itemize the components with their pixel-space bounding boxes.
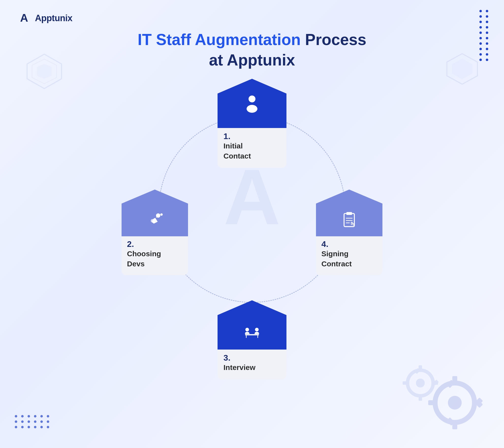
title-normal: Process <box>301 31 366 49</box>
step-2-label: ChoosingDevs <box>127 249 183 269</box>
title-line2: at Apptunix <box>209 51 295 69</box>
gears-bottom-right <box>401 358 494 433</box>
step-4-card-body: 4. SigningContract <box>316 236 382 275</box>
logo: A Apptunix <box>20 12 72 25</box>
svg-point-7 <box>448 396 462 410</box>
main-title: IT Staff Augmentation Process at Apptuni… <box>0 30 504 70</box>
step-2-card: 2. ChoosingDevs <box>117 189 193 275</box>
svg-point-42 <box>255 328 259 331</box>
title-highlight: IT Staff Augmentation <box>138 31 301 49</box>
svg-text:A: A <box>20 12 28 24</box>
step-4-label: SigningContract <box>321 249 377 269</box>
step-1-card-body: 1. InitialContact <box>217 128 287 168</box>
step-4-card: $ 4. SigningContract <box>311 189 387 275</box>
svg-rect-31 <box>346 212 352 215</box>
step-1-card: 1. InitialContact <box>211 79 293 168</box>
step-1-number: 1. <box>223 131 281 141</box>
svg-rect-30 <box>344 213 354 226</box>
step-3-number: 3. <box>223 353 281 363</box>
step-3-label: Interview <box>223 363 281 373</box>
dot-grid-bottom-left <box>15 415 50 428</box>
step-3-hex-top <box>217 300 287 350</box>
svg-rect-38 <box>245 334 259 336</box>
step-2-hex-top <box>122 189 188 236</box>
hex-container: A 1. InitialContact <box>104 79 400 418</box>
step-3-card-body: 3. Interview <box>217 349 287 380</box>
step-3-card: 3. Interview <box>214 300 290 380</box>
watermark-a: A <box>223 158 280 236</box>
svg-point-41 <box>245 328 249 331</box>
svg-rect-21 <box>403 381 408 385</box>
step-1-hex-top <box>217 79 287 128</box>
step-1-label: InitialContact <box>223 141 281 161</box>
step-4-hex-top: $ <box>316 189 382 236</box>
svg-point-25 <box>247 105 257 113</box>
svg-rect-11 <box>428 400 435 405</box>
svg-point-28 <box>151 219 154 223</box>
svg-rect-19 <box>419 396 422 401</box>
logo-text: Apptunix <box>35 13 72 23</box>
svg-point-24 <box>249 95 255 102</box>
svg-point-17 <box>416 379 425 388</box>
logo-icon: A <box>20 12 33 25</box>
svg-point-27 <box>160 213 163 216</box>
step-4-number: 4. <box>321 239 377 249</box>
step-2-card-body: 2. ChoosingDevs <box>122 236 188 275</box>
step-2-number: 2. <box>127 239 183 249</box>
